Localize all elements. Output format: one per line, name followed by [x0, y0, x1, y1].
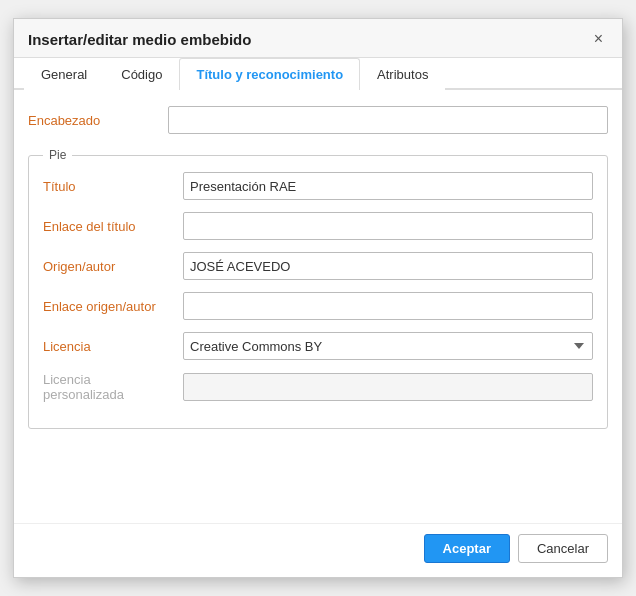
accept-button[interactable]: Aceptar: [424, 534, 510, 563]
licencia-personalizada-input[interactable]: [183, 373, 593, 401]
enlace-titulo-label: Enlace del título: [43, 219, 183, 234]
dialog-title: Insertar/editar medio embebido: [28, 31, 251, 48]
licencia-personalizada-label: Licencia personalizada: [43, 372, 183, 402]
titulo-row: Título: [43, 172, 593, 200]
tab-atributos[interactable]: Atributos: [360, 58, 445, 90]
origen-autor-row: Origen/autor: [43, 252, 593, 280]
dialog-footer: Aceptar Cancelar: [14, 523, 622, 577]
origen-autor-label: Origen/autor: [43, 259, 183, 274]
licencia-row: Licencia Creative Commons BY Creative Co…: [43, 332, 593, 360]
titulo-label: Título: [43, 179, 183, 194]
enlace-titulo-row: Enlace del título: [43, 212, 593, 240]
origen-autor-input[interactable]: [183, 252, 593, 280]
licencia-select[interactable]: Creative Commons BY Creative Commons BY-…: [183, 332, 593, 360]
tab-general[interactable]: General: [24, 58, 104, 90]
tab-titulo[interactable]: Título y reconocimiento: [179, 58, 360, 90]
licencia-label: Licencia: [43, 339, 183, 354]
pie-fieldset: Pie Título Enlace del título Origen/auto…: [28, 148, 608, 429]
tab-codigo[interactable]: Código: [104, 58, 179, 90]
close-button[interactable]: ×: [589, 29, 608, 49]
encabezado-input[interactable]: [168, 106, 608, 134]
enlace-origen-input[interactable]: [183, 292, 593, 320]
encabezado-row: Encabezado: [28, 106, 608, 134]
dialog-header: Insertar/editar medio embebido ×: [14, 19, 622, 58]
encabezado-label: Encabezado: [28, 113, 168, 128]
enlace-origen-row: Enlace origen/autor: [43, 292, 593, 320]
enlace-origen-label: Enlace origen/autor: [43, 299, 183, 314]
tabs-bar: General Código Título y reconocimiento A…: [14, 58, 622, 90]
dialog: Insertar/editar medio embebido × General…: [13, 18, 623, 578]
dialog-body: Encabezado Pie Título Enlace del título …: [14, 90, 622, 523]
pie-legend: Pie: [43, 148, 72, 162]
cancel-button[interactable]: Cancelar: [518, 534, 608, 563]
titulo-input[interactable]: [183, 172, 593, 200]
enlace-titulo-input[interactable]: [183, 212, 593, 240]
licencia-personalizada-row: Licencia personalizada: [43, 372, 593, 402]
